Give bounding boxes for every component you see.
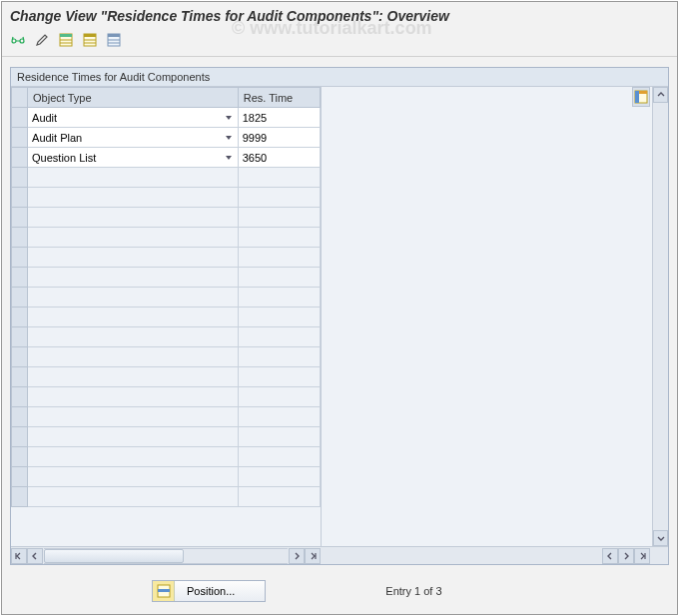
hscroll-track-left[interactable] (44, 548, 288, 564)
object-type-cell-empty[interactable] (28, 308, 239, 327)
position-button[interactable]: Position... (152, 580, 266, 602)
chevron-up-icon (657, 91, 665, 99)
object-type-cell[interactable]: Audit Plan (28, 128, 239, 148)
res-time-cell-empty[interactable] (238, 248, 320, 268)
res-time-cell-empty[interactable] (238, 208, 320, 228)
object-type-cell-empty[interactable] (28, 288, 239, 308)
row-handle[interactable] (12, 148, 28, 168)
res-time-cell[interactable] (238, 128, 320, 148)
vscroll-track[interactable] (653, 103, 668, 530)
row-handle[interactable] (12, 128, 28, 148)
res-time-cell[interactable] (238, 108, 320, 128)
row-handle[interactable] (12, 288, 28, 308)
chevron-last-icon (309, 552, 317, 560)
other-view-button[interactable] (8, 30, 28, 50)
object-type-cell[interactable]: Audit (28, 108, 239, 128)
res-time-input[interactable] (243, 132, 316, 144)
object-type-cell-empty[interactable] (28, 347, 239, 367)
row-handle[interactable] (12, 487, 28, 507)
object-type-cell-empty[interactable] (28, 487, 239, 507)
res-time-cell-empty[interactable] (238, 228, 320, 248)
hscroll-last-button[interactable] (305, 548, 321, 564)
hscroll-left (11, 547, 321, 564)
hscroll2-right-button[interactable] (618, 548, 634, 564)
res-time-cell-empty[interactable] (238, 188, 320, 208)
object-type-cell-empty[interactable] (28, 208, 239, 228)
res-time-cell-empty[interactable] (238, 168, 320, 188)
object-type-cell-empty[interactable] (28, 447, 239, 467)
object-type-value: Question List (32, 152, 96, 164)
row-handle[interactable] (12, 427, 28, 447)
scroll-up-button[interactable] (653, 87, 668, 103)
dropdown-arrow[interactable] (222, 131, 236, 145)
row-handle[interactable] (12, 108, 28, 128)
col-object-type[interactable]: Object Type (28, 88, 239, 108)
hscroll-right-button[interactable] (289, 548, 305, 564)
hscroll2-last-button[interactable] (634, 548, 650, 564)
row-handle[interactable] (12, 248, 28, 268)
res-time-cell-empty[interactable] (238, 347, 320, 367)
res-time-cell-empty[interactable] (238, 427, 320, 447)
object-type-cell-empty[interactable] (28, 327, 239, 347)
dropdown-arrow[interactable] (222, 111, 236, 125)
row-handle[interactable] (12, 447, 28, 467)
row-handle[interactable] (12, 327, 28, 347)
row-handle[interactable] (12, 228, 28, 248)
row-handle[interactable] (12, 168, 28, 188)
table-settings-button[interactable] (632, 87, 650, 107)
res-time-cell-empty[interactable] (238, 327, 320, 347)
row-handle[interactable] (12, 467, 28, 487)
hscroll2-left-button[interactable] (602, 548, 618, 564)
res-time-cell-empty[interactable] (238, 467, 320, 487)
dropdown-arrow[interactable] (222, 151, 236, 165)
object-type-cell-empty[interactable] (28, 367, 239, 387)
chevron-down-icon (657, 534, 665, 542)
object-type-cell-empty[interactable] (28, 228, 239, 248)
hscroll-thumb[interactable] (44, 549, 184, 563)
col-res-time[interactable]: Res. Time (238, 88, 320, 108)
table-row (12, 387, 321, 407)
object-type-cell[interactable]: Question List (28, 148, 239, 168)
row-handle[interactable] (12, 188, 28, 208)
select-all-handle[interactable] (12, 88, 28, 108)
object-type-cell-empty[interactable] (28, 248, 239, 268)
row-handle[interactable] (12, 208, 28, 228)
res-time-cell-empty[interactable] (238, 288, 320, 308)
res-time-cell[interactable] (238, 148, 320, 168)
row-handle[interactable] (12, 347, 28, 367)
hscroll-left-button[interactable] (27, 548, 43, 564)
row-handle[interactable] (12, 268, 28, 288)
object-type-cell-empty[interactable] (28, 407, 239, 427)
object-type-cell-empty[interactable] (28, 387, 239, 407)
new-entries-button[interactable] (56, 30, 76, 50)
scroll-down-button[interactable] (653, 530, 668, 546)
object-type-cell-empty[interactable] (28, 467, 239, 487)
res-time-cell-empty[interactable] (238, 447, 320, 467)
copy-as-button[interactable] (80, 30, 100, 50)
object-type-cell-empty[interactable] (28, 188, 239, 208)
change-mode-button[interactable] (32, 30, 52, 50)
res-time-cell-empty[interactable] (238, 407, 320, 427)
res-time-cell-empty[interactable] (238, 367, 320, 387)
page-title: Change View "Residence Times for Audit C… (2, 2, 677, 28)
row-handle[interactable] (12, 387, 28, 407)
delete-button[interactable] (104, 30, 124, 50)
table-row (12, 228, 321, 248)
res-time-cell-empty[interactable] (238, 308, 320, 327)
row-handle[interactable] (12, 308, 28, 327)
chevron-right-icon (293, 552, 301, 560)
res-time-cell-empty[interactable] (238, 387, 320, 407)
row-handle[interactable] (12, 367, 28, 387)
object-type-cell-empty[interactable] (28, 268, 239, 288)
hscroll-first-button[interactable] (11, 548, 27, 564)
object-type-value: Audit (32, 112, 57, 124)
object-type-cell-empty[interactable] (28, 427, 239, 447)
res-time-cell-empty[interactable] (238, 268, 320, 288)
object-type-cell-empty[interactable] (28, 168, 239, 188)
chevron-left-icon (31, 552, 39, 560)
res-time-input[interactable] (243, 112, 316, 124)
res-time-input[interactable] (243, 152, 316, 164)
vertical-scrollbar[interactable] (652, 87, 668, 546)
res-time-cell-empty[interactable] (238, 487, 320, 507)
row-handle[interactable] (12, 407, 28, 427)
